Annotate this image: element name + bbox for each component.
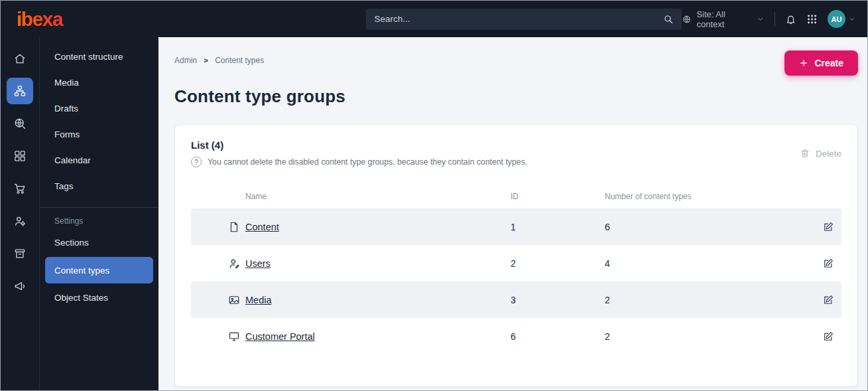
rail-search-globe-icon[interactable] — [7, 110, 33, 137]
chevron-down-icon — [849, 16, 855, 23]
delete-button-label: Delete — [816, 149, 841, 159]
avatar[interactable]: AU — [828, 10, 845, 28]
column-header-name: Name — [245, 192, 511, 201]
edit-icon[interactable] — [815, 294, 841, 306]
table-header-row: Name ID Number of content types — [191, 185, 841, 208]
sidebar-item-calendar[interactable]: Calendar — [40, 147, 158, 173]
site-context-label: Site: All context — [696, 9, 752, 29]
apps-grid-icon[interactable] — [806, 13, 818, 25]
row-count: 2 — [605, 331, 815, 342]
breadcrumb-admin[interactable]: Admin — [174, 56, 197, 65]
table-row-content: Content 1 6 — [191, 208, 841, 245]
breadcrumb-content-types: Content types — [215, 56, 264, 65]
user-menu[interactable]: AU — [828, 10, 855, 28]
table-row-media: Media 3 2 — [191, 281, 841, 318]
content-type-group-link[interactable]: Content — [245, 222, 511, 232]
sidebar-item-drafts[interactable]: Drafts — [40, 96, 158, 121]
rail-home-icon[interactable] — [7, 45, 33, 72]
table-row-customer-portal: Customer Portal 6 2 — [191, 318, 841, 354]
list-title: List (4) — [191, 139, 527, 151]
row-count: 6 — [605, 222, 815, 232]
sidebar-item-media[interactable]: Media — [40, 70, 158, 96]
search-icon[interactable] — [663, 14, 674, 25]
content-type-groups-card: List (4) ? You cannot delete the disable… — [174, 124, 858, 387]
edit-icon[interactable] — [815, 221, 841, 233]
breadcrumb-separator: > — [204, 56, 208, 64]
chevron-down-icon — [757, 15, 764, 23]
checkbox-cell — [191, 294, 223, 306]
globe-icon — [682, 14, 692, 25]
column-header-count: Number of content types — [605, 192, 815, 201]
page-title: Content type groups — [174, 86, 858, 107]
row-id: 3 — [511, 295, 605, 305]
rail-commerce-cart-icon[interactable] — [7, 175, 33, 202]
icon-rail — [1, 37, 39, 390]
content-type-group-link[interactable]: Users — [245, 258, 511, 269]
row-id: 6 — [511, 331, 605, 342]
sidebar-item-forms[interactable]: Forms — [40, 121, 158, 147]
card-header-left: List (4) ? You cannot delete the disable… — [191, 139, 527, 167]
edit-icon[interactable] — [815, 258, 841, 270]
column-header-id: ID — [511, 192, 605, 201]
trash-icon — [800, 148, 810, 159]
row-count: 2 — [605, 295, 815, 305]
site-context-dropdown[interactable]: Site: All context — [682, 9, 765, 29]
content-type-groups-table: Name ID Number of content types Content … — [191, 185, 841, 354]
breadcrumb: Admin > Content types — [174, 50, 264, 65]
row-id: 1 — [511, 222, 605, 232]
rail-admin-icon[interactable] — [7, 240, 33, 267]
content-file-icon — [223, 221, 245, 233]
topbar: ibexa Site: All context — [1, 1, 867, 37]
body-row: Content structure Media Drafts Forms Cal… — [1, 37, 867, 390]
app-window: ibexa Site: All context — [0, 0, 868, 391]
create-button-label: Create — [814, 58, 843, 68]
content-type-group-link[interactable]: Customer Portal — [245, 331, 511, 342]
sidebar-item-object-states[interactable]: Object States — [40, 285, 158, 311]
topbar-divider — [775, 12, 775, 27]
sidebar-item-content-types[interactable]: Content types — [45, 257, 153, 283]
main-content: Admin > Content types Create Content typ… — [158, 37, 867, 390]
customer-portal-monitor-icon — [223, 331, 245, 343]
sidebar-section-settings-label: Settings — [40, 207, 158, 230]
sidebar: Content structure Media Drafts Forms Cal… — [39, 37, 158, 390]
edit-icon[interactable] — [815, 331, 841, 343]
notifications-bell-icon[interactable] — [785, 13, 796, 25]
rail-page-builder-icon[interactable] — [7, 143, 33, 169]
helper-row: ? You cannot delete the disabled content… — [191, 157, 527, 167]
rail-marketing-megaphone-icon[interactable] — [7, 273, 33, 299]
row-id: 2 — [511, 258, 605, 269]
table-row-users: Users 2 4 — [191, 245, 841, 281]
sidebar-item-content-structure[interactable]: Content structure — [40, 44, 158, 70]
main-header-row: Admin > Content types Create — [174, 50, 858, 76]
row-count: 4 — [605, 258, 815, 269]
global-search — [366, 9, 682, 30]
rail-content-structure-icon[interactable] — [7, 78, 33, 104]
rail-users-icon[interactable] — [7, 208, 33, 234]
select-all-cell — [191, 192, 223, 201]
sidebar-item-sections[interactable]: Sections — [40, 230, 158, 256]
checkbox-cell — [191, 258, 223, 270]
sidebar-item-tags[interactable]: Tags — [40, 173, 158, 199]
delete-button[interactable]: Delete — [800, 148, 841, 159]
plus-icon — [799, 58, 808, 68]
topbar-actions: Site: All context AU — [682, 9, 867, 29]
create-button[interactable]: Create — [784, 50, 858, 76]
card-header: List (4) ? You cannot delete the disable… — [191, 139, 841, 167]
checkbox-cell — [191, 331, 223, 343]
content-type-group-link[interactable]: Media — [245, 295, 511, 305]
checkbox-cell — [191, 221, 223, 233]
search-input[interactable] — [374, 14, 663, 24]
question-circle-icon: ? — [191, 157, 202, 167]
helper-text: You cannot delete the disabled content t… — [208, 157, 527, 167]
ibexa-logo[interactable]: ibexa — [1, 8, 154, 31]
user-edit-icon — [223, 258, 245, 270]
media-image-icon — [223, 294, 245, 306]
